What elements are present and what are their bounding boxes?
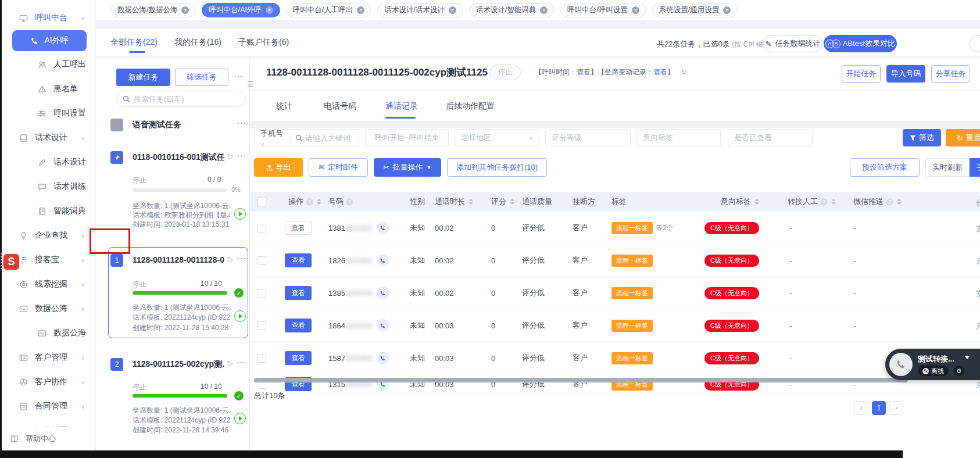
caret-down-icon[interactable] — [964, 356, 970, 359]
sort-icon[interactable] — [754, 199, 759, 205]
intent-tag-input[interactable]: 意向标签 — [636, 129, 721, 146]
field-select[interactable]: 手机号 ∨ — [255, 128, 290, 148]
task-search-input[interactable] — [134, 95, 233, 103]
col-header-operation[interactable]: 操作? — [288, 192, 321, 212]
quality-link[interactable]: 评分低 — [522, 342, 545, 374]
region-select[interactable]: 选择地区∨ — [455, 129, 539, 146]
next-page-button[interactable]: › — [889, 401, 903, 415]
gear-icon[interactable]: ⚙ — [954, 366, 964, 376]
group-more-icon[interactable]: ··· — [237, 119, 246, 127]
row-checkbox[interactable] — [257, 277, 266, 309]
nav-chip[interactable]: 话术设计/智能词典× — [469, 3, 555, 17]
sidebar-group-contract-management[interactable]: 合同管理 ∨ — [2, 394, 95, 418]
sidebar-group-customer-collaboration[interactable]: 客户协作 ∨ — [2, 370, 95, 394]
sidebar-group-script-design[interactable]: 话术设计 ∧ — [2, 126, 95, 150]
close-icon[interactable]: × — [449, 6, 456, 14]
dial-icon[interactable] — [377, 352, 389, 364]
sidebar-item-data-pool[interactable]: 数据公海 — [2, 321, 95, 345]
nav-chip[interactable]: 系统设置/通用设置× — [652, 3, 738, 17]
refresh-icon[interactable]: ↻ — [681, 68, 686, 76]
quality-link[interactable]: 评分低 — [522, 244, 545, 277]
view-record-button[interactable]: 查看 — [285, 342, 312, 374]
sort-icon[interactable] — [897, 199, 902, 205]
sidebar-group-enterprise-search[interactable]: 企业查找 ∨ — [2, 223, 95, 248]
sidebar-item-manual-call[interactable]: 人工呼出 — [2, 52, 95, 77]
tag-extra-count[interactable]: 等2个 — [656, 223, 674, 233]
table-row[interactable]: 查看 13850000000 未知 00:02 0 评分低 客户 流程一标签 C… — [250, 277, 980, 309]
filter-button[interactable]: 筛选 — [903, 129, 941, 146]
sort-icon[interactable] — [510, 199, 514, 205]
nav-chip[interactable]: 数据公海/数据公海× — [110, 3, 196, 17]
row-checkbox[interactable] — [257, 244, 266, 277]
horizontal-scrollbar[interactable] — [254, 378, 908, 382]
panel-collapse-icon[interactable]: ☰ — [247, 80, 253, 88]
task-group-title[interactable]: 语音测试任务 — [133, 120, 181, 130]
preset-filter-plan-button[interactable]: 预设筛选方案 — [850, 158, 920, 177]
col-header-transfer[interactable]: 转接人工? — [788, 192, 836, 212]
table-row[interactable]: 查看 15870000000 未知 00:03 0 评分低 客户 流程一标签 C… — [250, 342, 980, 374]
quality-link[interactable]: 评分低 — [522, 212, 545, 244]
prev-page-button[interactable]: ‹ — [854, 401, 868, 415]
task-group-color-block[interactable] — [110, 119, 123, 131]
view-call-time-link[interactable]: 查看 — [577, 68, 591, 76]
col-header-intent[interactable]: 意向标签 — [721, 192, 759, 212]
more-actions-icon[interactable]: ··· — [234, 72, 244, 81]
card-more-icon[interactable]: ··· — [237, 151, 246, 160]
close-icon[interactable]: × — [266, 6, 273, 14]
sidebar-group-customer-management[interactable]: 客户管理 ∨ — [2, 345, 95, 370]
tab-all-tasks[interactable]: 全部任务(22) — [110, 37, 158, 48]
play-button[interactable] — [234, 310, 246, 322]
view-record-button[interactable]: 查看 — [285, 244, 312, 277]
col-header-score[interactable]: 评分 — [491, 192, 514, 212]
tab-phone-numbers[interactable]: 电话号码 — [324, 101, 356, 112]
clipped-round-button[interactable] — [970, 35, 980, 52]
share-task-button[interactable]: 分享任务 — [931, 65, 970, 83]
table-row[interactable]: 查看 18640000000 未知 00:03 0 评分低 客户 流程一标签 C… — [250, 309, 980, 342]
export-button[interactable]: 导出 — [254, 158, 303, 177]
row-checkbox[interactable] — [257, 342, 266, 374]
close-icon[interactable]: × — [723, 6, 731, 14]
nav-chip[interactable]: 话术设计/话术设计× — [377, 3, 463, 17]
close-icon[interactable]: × — [357, 6, 364, 14]
sidebar-item-script-design[interactable]: 话术设计 — [2, 150, 95, 174]
refresh-icon[interactable]: ↻ — [227, 152, 233, 161]
view-agent-change-link[interactable]: 查看 — [653, 68, 667, 76]
tab-followup-actions[interactable]: 后续动作配置 — [446, 101, 495, 112]
page-number-button[interactable]: 1 — [872, 401, 886, 415]
sidebar-item-ai-outbound[interactable]: AI外呼 — [12, 30, 87, 51]
dial-icon[interactable] — [377, 287, 389, 299]
floating-logo-drag-handle[interactable] — [1, 253, 2, 271]
dial-icon[interactable] — [377, 319, 389, 332]
nav-chip-active[interactable]: 呼叫中台/AI外呼× — [202, 3, 280, 17]
col-header-number[interactable]: 号码? — [328, 192, 353, 212]
keyword-input[interactable] — [305, 134, 359, 142]
sidebar-item-call-settings[interactable]: 呼叫设置 — [2, 101, 95, 126]
refresh-icon[interactable]: ↻ — [227, 255, 233, 264]
agent-call-widget[interactable]: 测试转接... ✎ 离线 ⚙ — [885, 349, 980, 380]
sidebar-group-data-pool[interactable]: 数据公海 ∧ — [2, 296, 95, 321]
sidebar-item-smart-dictionary[interactable]: 智能词典 — [2, 199, 95, 223]
sort-icon[interactable] — [317, 199, 321, 205]
row-checkbox[interactable] — [257, 212, 266, 244]
manual-refresh-toggle[interactable]: 手动刷新 — [970, 158, 980, 177]
sort-icon[interactable] — [468, 199, 473, 205]
dial-icon[interactable] — [377, 254, 389, 267]
close-icon[interactable]: × — [632, 6, 639, 14]
play-button[interactable] — [234, 208, 246, 220]
import-numbers-button[interactable]: 导入号码 — [886, 65, 925, 83]
call-date-range-input[interactable]: 呼叫开始~呼叫结束 — [365, 129, 449, 146]
view-record-button[interactable]: 查看 — [285, 277, 312, 309]
tab-statistics[interactable]: 统计 — [276, 101, 292, 112]
reset-button[interactable]: ↻ 重置 — [946, 129, 980, 146]
refresh-icon[interactable]: ↻ — [227, 359, 233, 368]
close-icon[interactable]: × — [181, 6, 189, 14]
agent-status-toggle[interactable]: ✎ 离线 — [918, 366, 949, 376]
sidebar-item-help-center[interactable]: 帮助中心 — [2, 427, 95, 450]
col-header-wechat[interactable]: 微信推送? — [853, 192, 902, 212]
new-task-button[interactable]: 新建任务 — [116, 69, 170, 86]
batch-operations-button[interactable]: ✂ 批量操作 ▼ — [374, 158, 441, 177]
dial-icon[interactable] — [377, 221, 389, 234]
view-record-button[interactable]: 查看 — [285, 212, 312, 244]
col-header-duration[interactable]: 通话时长 — [435, 192, 473, 212]
table-row[interactable]: 查看 13810000000 未知 00:02 0 评分低 客户 流程一标签等2… — [250, 212, 980, 244]
